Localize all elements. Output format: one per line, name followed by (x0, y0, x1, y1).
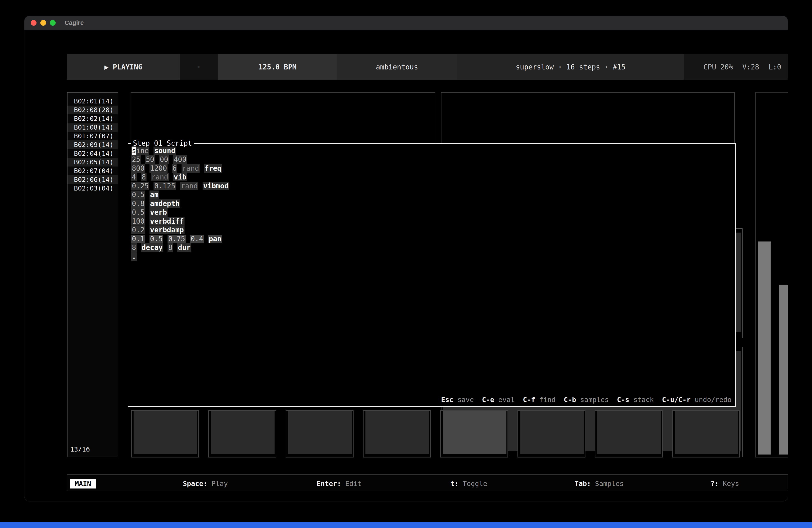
transport-bar: ▶ PLAYING · 125.0 BPM ambientous supersl… (67, 54, 788, 80)
keybind-action: stack (629, 396, 662, 404)
hint-key: Space: (183, 480, 207, 488)
voice-count: V:28 (742, 63, 759, 71)
bpm-display[interactable]: 125.0 BPM (218, 54, 337, 80)
sample-list-item[interactable]: B02:03(04) (68, 184, 118, 192)
step-position: 13/16 (70, 445, 90, 453)
script-token: 0.5 (131, 208, 145, 217)
script-token: 25 (131, 155, 141, 164)
script-token: am (149, 190, 159, 199)
hint-action: Samples (591, 480, 624, 488)
cpu-usage: CPU 20% (704, 63, 733, 71)
script-token: . (131, 252, 137, 261)
scene-name[interactable]: ambientous (337, 54, 457, 80)
hint-action: Keys (719, 480, 739, 488)
text-cursor: s (132, 146, 136, 155)
script-token: rand (151, 173, 169, 181)
script-line: 0.2verbdamp (131, 226, 229, 235)
step-row (131, 410, 740, 457)
sample-list-item[interactable]: B01:07(07) (68, 132, 118, 140)
script-token: verbdamp (149, 226, 185, 234)
sample-list-item[interactable]: B02:09(14) (68, 140, 118, 149)
sample-list-item[interactable]: B02:02(14) (68, 114, 118, 123)
sample-list-item[interactable]: B02:05(14) (68, 158, 118, 167)
hint-action: Toggle (459, 480, 487, 488)
step-cell[interactable] (363, 410, 431, 457)
step-cell[interactable] (208, 410, 276, 457)
step-script-editor[interactable]: Step 01 Script sinesound2550004008001200… (128, 143, 736, 407)
status-hint: Tab: Samples (575, 480, 624, 488)
script-token: decay (141, 243, 163, 252)
script-token: 00 (159, 155, 169, 164)
titlebar: Cagire (25, 16, 788, 30)
sample-list-item[interactable]: B02:06(14) (68, 175, 118, 184)
sample-list-item[interactable]: B02:07(04) (68, 167, 118, 175)
script-token: 8 (131, 243, 137, 252)
keybind-action: eval (494, 396, 523, 404)
script-token: 800 (131, 164, 145, 173)
cpu-stats: CPU 20%V:28L:0 (684, 54, 788, 80)
play-status[interactable]: ▶ PLAYING (67, 54, 180, 80)
script-token: sine (131, 146, 149, 155)
script-line: 0.5am (131, 190, 229, 199)
sample-list-item[interactable]: B02:01(14) (68, 97, 118, 105)
script-token: amdepth (149, 199, 180, 208)
sample-list-item[interactable]: B02:08(28) (68, 105, 118, 114)
step-cell[interactable] (131, 410, 199, 457)
script-token: 0.5 (149, 235, 163, 243)
hint-key: Tab: (575, 480, 591, 488)
status-bar: MAIN Space: PlayEnter: Editt: ToggleTab:… (67, 474, 788, 491)
script-token: rand (182, 164, 200, 173)
close-icon[interactable] (31, 20, 37, 26)
script-token: 0.8 (131, 199, 145, 208)
vu-meter-bar (779, 285, 788, 455)
hint-action: Play (207, 480, 228, 488)
step-cell[interactable] (672, 410, 740, 457)
script-token: 100 (131, 217, 145, 226)
script-line: 48randvib (131, 173, 229, 182)
step-cell-fill (365, 411, 429, 454)
keybind-key: C-b (564, 396, 576, 404)
vu-meter-bar (758, 242, 771, 455)
script-text[interactable]: sinesound25500040080012006randfreq48rand… (131, 146, 229, 261)
sample-list-item[interactable]: B02:04(14) (68, 149, 118, 158)
step-cell[interactable] (440, 410, 508, 457)
keybind-action: find (535, 396, 564, 404)
hint-action: Edit (341, 480, 362, 488)
step-cell-fill (597, 411, 661, 454)
hint-key: Enter: (317, 480, 341, 488)
script-line: . (131, 252, 229, 261)
script-token: freq (204, 164, 222, 173)
script-line: 0.10.50.750.4pan (131, 234, 229, 243)
sample-sidebar: B02:01(14)B02:08(28)B02:02(14)B01:08(14)… (67, 92, 118, 457)
script-token: verb (149, 208, 168, 217)
zoom-icon[interactable] (50, 20, 56, 26)
pattern-info: superslow · 16 steps · #15 (457, 54, 684, 80)
sample-list-item[interactable]: B01:08(14) (68, 123, 118, 132)
editor-keybind-hints: Esc save C-e eval C-f find C-b samples C… (441, 396, 731, 404)
script-token: 0.125 (154, 182, 176, 190)
script-token: 1200 (149, 164, 168, 173)
step-cell[interactable] (286, 410, 353, 457)
script-token: rand (180, 182, 198, 190)
dock-strip (0, 522, 812, 528)
vu-meter-panel (755, 92, 788, 457)
script-token: sound (154, 146, 176, 155)
script-token: 400 (173, 155, 187, 164)
step-cell-fill (288, 411, 352, 454)
screen: Cagire ▶ PLAYING · 125.0 BPM ambientous … (0, 0, 812, 528)
step-cell[interactable] (595, 410, 663, 457)
hint-key: t: (450, 480, 459, 488)
script-token: 0.75 (168, 235, 186, 243)
minimize-icon[interactable] (40, 20, 46, 26)
step-cell-fill (675, 411, 738, 454)
script-token: pan (208, 235, 222, 243)
script-line: 0.5verb (131, 208, 229, 217)
step-cell[interactable] (518, 410, 585, 457)
keybind-action: undo/redo (691, 396, 731, 404)
keybind-key: C-u/C-r (662, 396, 691, 404)
script-line: 80012006randfreq (131, 164, 229, 173)
script-token: 6 (172, 164, 177, 173)
script-line: 100verbdiff (131, 217, 229, 226)
hint-key: ?: (710, 480, 719, 488)
status-hint: ?: Keys (710, 480, 739, 488)
